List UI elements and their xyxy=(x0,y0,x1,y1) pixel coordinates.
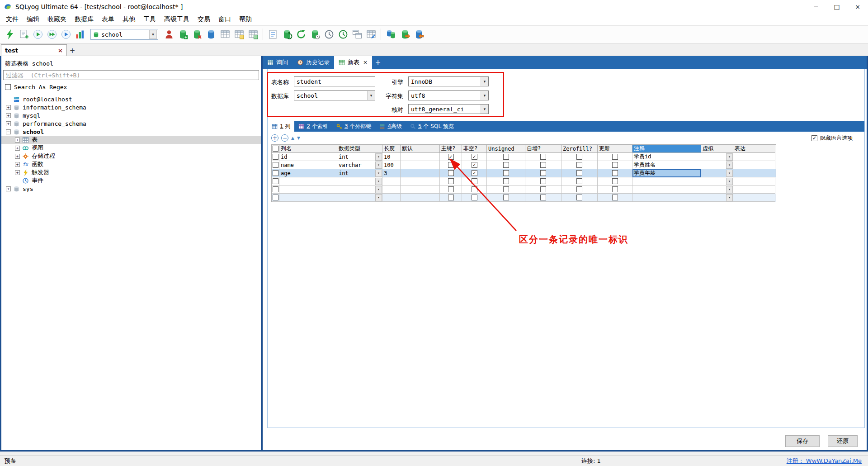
table-name-input[interactable] xyxy=(294,76,375,86)
subtab-columns[interactable]: 1 列 xyxy=(268,121,294,132)
primary-key-checkbox-box[interactable] xyxy=(448,162,454,168)
not-null-checkbox-box[interactable] xyxy=(472,178,477,184)
column-name-cell[interactable] xyxy=(279,185,337,194)
search-as-regex-checkbox[interactable] xyxy=(5,84,11,90)
row-select-checkbox-box[interactable] xyxy=(273,162,278,168)
collapse-icon[interactable]: − xyxy=(6,129,11,134)
menu-item[interactable]: 高级工具 xyxy=(160,14,193,25)
unsigned-checkbox-box[interactable] xyxy=(503,154,509,160)
row-select-checkbox[interactable] xyxy=(272,169,279,177)
column-name-cell[interactable]: id xyxy=(279,153,337,161)
on-update-checkbox-box[interactable] xyxy=(612,178,618,184)
comment-cell[interactable] xyxy=(632,177,701,185)
close-icon[interactable]: × xyxy=(58,47,63,54)
zerofill-checkbox[interactable] xyxy=(561,194,598,202)
tree-item-triggers[interactable]: +触发器 xyxy=(1,168,261,176)
query-profiler-icon[interactable] xyxy=(73,28,87,41)
auto-increment-checkbox-box[interactable] xyxy=(540,186,546,192)
tree-item-procedures[interactable]: +存储过程 xyxy=(1,152,261,160)
not-null-checkbox[interactable]: ✓ xyxy=(462,153,487,161)
length-cell[interactable]: 10 xyxy=(382,153,401,161)
chevron-down-icon[interactable]: ▾ xyxy=(726,170,733,177)
length-cell[interactable] xyxy=(382,185,401,194)
primary-key-checkbox-box[interactable]: ✓ xyxy=(448,154,454,160)
expand-icon[interactable]: + xyxy=(15,154,20,159)
zerofill-checkbox-box[interactable] xyxy=(576,195,582,200)
zerofill-checkbox[interactable] xyxy=(561,177,598,185)
unsigned-checkbox-box[interactable] xyxy=(503,186,509,192)
new-session-tab-button[interactable]: + xyxy=(67,46,78,56)
execute-query-icon[interactable] xyxy=(31,28,45,41)
not-null-checkbox-box[interactable] xyxy=(472,186,477,192)
chevron-down-icon[interactable]: ▾ xyxy=(726,194,733,201)
auto-increment-checkbox[interactable] xyxy=(525,153,561,161)
primary-key-checkbox[interactable] xyxy=(440,169,462,177)
primary-key-checkbox[interactable]: ✓ xyxy=(440,153,462,161)
chevron-down-icon[interactable]: ▾ xyxy=(726,153,733,161)
expand-icon[interactable]: + xyxy=(6,186,11,191)
menu-item[interactable]: 收藏夹 xyxy=(43,14,71,25)
comment-cell[interactable]: 学员姓名 xyxy=(632,161,701,169)
column-name-cell[interactable] xyxy=(279,194,337,202)
zerofill-checkbox[interactable] xyxy=(561,185,598,194)
close-button[interactable]: × xyxy=(847,0,868,14)
on-update-checkbox[interactable] xyxy=(598,177,632,185)
not-null-checkbox-box[interactable] xyxy=(472,195,477,200)
on-update-checkbox-box[interactable] xyxy=(612,154,618,160)
menu-item[interactable]: 文件 xyxy=(2,14,23,25)
on-update-checkbox[interactable] xyxy=(598,185,632,194)
menu-item[interactable]: 窗口 xyxy=(214,14,235,25)
data-type-cell[interactable]: varchar▾ xyxy=(337,161,382,169)
zerofill-checkbox-box[interactable] xyxy=(576,154,582,160)
scheduled-backup-icon[interactable] xyxy=(308,28,322,41)
column-name-cell[interactable] xyxy=(279,177,337,185)
schema-designer-icon[interactable] xyxy=(266,28,280,41)
expression-cell[interactable] xyxy=(733,169,775,177)
virtual-cell[interactable]: ▾ xyxy=(701,169,733,177)
connect-icon[interactable] xyxy=(3,28,17,41)
length-cell[interactable]: 3 xyxy=(382,169,401,177)
data-type-cell[interactable]: ▾ xyxy=(337,177,382,185)
move-up-icon[interactable]: ▲ xyxy=(291,136,294,140)
length-cell[interactable] xyxy=(382,194,401,202)
virtual-cell[interactable]: ▾ xyxy=(701,153,733,161)
primary-key-checkbox-box[interactable] xyxy=(448,195,454,200)
subtab-indexes[interactable]: 2 个索引 xyxy=(294,121,332,132)
tree-item-school[interactable]: −school xyxy=(1,128,261,136)
primary-key-checkbox-box[interactable] xyxy=(448,178,454,184)
menu-item[interactable]: 工具 xyxy=(139,14,160,25)
default-cell[interactable] xyxy=(401,161,440,169)
unsigned-checkbox[interactable] xyxy=(487,194,525,202)
primary-key-checkbox[interactable] xyxy=(440,161,462,169)
column-name-cell[interactable]: name xyxy=(279,161,337,169)
primary-key-checkbox-box[interactable] xyxy=(448,170,454,176)
tree-item-root[interactable]: root@localhost xyxy=(1,95,261,103)
not-null-checkbox[interactable]: ✓ xyxy=(462,169,487,177)
unsigned-checkbox-box[interactable] xyxy=(503,162,509,168)
chevron-down-icon[interactable]: ▾ xyxy=(726,162,733,169)
expand-icon[interactable]: + xyxy=(15,170,20,175)
zerofill-checkbox-box[interactable] xyxy=(576,170,582,176)
auto-increment-checkbox[interactable] xyxy=(525,169,561,177)
minimize-button[interactable]: ─ xyxy=(806,0,826,14)
expand-icon[interactable]: + xyxy=(6,105,11,110)
zerofill-checkbox-box[interactable] xyxy=(576,178,582,184)
auto-increment-checkbox-box[interactable] xyxy=(540,178,546,184)
on-update-checkbox-box[interactable] xyxy=(612,162,618,168)
data-type-cell[interactable]: int▾ xyxy=(337,169,382,177)
default-cell[interactable] xyxy=(401,153,440,161)
engine-select[interactable]: InnoDB ▾ xyxy=(408,76,489,86)
on-update-checkbox[interactable] xyxy=(598,161,632,169)
on-update-checkbox-box[interactable] xyxy=(612,170,618,176)
chevron-down-icon[interactable]: ▾ xyxy=(481,77,488,86)
maximize-button[interactable]: □ xyxy=(826,0,847,14)
chevron-down-icon[interactable]: ▾ xyxy=(375,178,382,185)
subtab-foreign-keys[interactable]: 3 个外部键 xyxy=(332,121,375,132)
tree-item-information-schema[interactable]: +information_schema xyxy=(1,103,261,111)
chevron-down-icon[interactable]: ▾ xyxy=(481,105,488,114)
menu-item[interactable]: 交易 xyxy=(193,14,214,25)
flush-tools-icon[interactable] xyxy=(364,28,378,41)
session-tab-test[interactable]: test× xyxy=(1,44,67,56)
unsigned-checkbox[interactable] xyxy=(487,153,525,161)
chevron-down-icon[interactable]: ▾ xyxy=(375,162,382,169)
